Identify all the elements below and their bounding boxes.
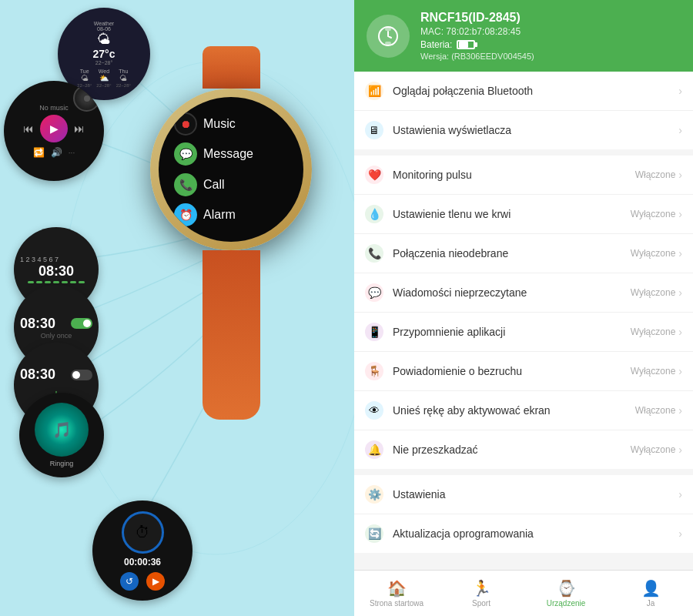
svg-rect-3 [385, 42, 391, 45]
step-5 [62, 281, 68, 283]
watch-alarm-icon: ⏰ [174, 203, 197, 226]
menu-item-oxygen[interactable]: 💧 Ustawienie tlenu we krwi Wyłączone › [354, 195, 693, 234]
menu-item-pulse[interactable]: ❤️ Monitoring pulsu Włączone › [354, 156, 693, 195]
nav-device-label: Urządzenie [547, 599, 586, 608]
device-version: Wersja: (RB306EEDV004545) [420, 52, 534, 61]
nav-home[interactable]: 🏠 Strona startowa [354, 571, 439, 616]
menu-section-2: ❤️ Monitoring pulsu Włączone › 💧 Ustawie… [354, 156, 693, 469]
music-widget[interactable]: No music ⏮ ▶ ⏭ 🔁 🔊 ··· [4, 81, 104, 181]
display-label: Ustawienia wyświetlacza [393, 124, 678, 136]
menu-item-sedentary[interactable]: 🪑 Powiadomienie o bezruchu Wyłączone › [354, 352, 693, 391]
stopwatch-time: 00:00:36 [124, 557, 161, 567]
app-reminder-chevron: › [678, 326, 682, 338]
menu-item-settings[interactable]: ⚙️ Ustawienia › [354, 475, 693, 514]
menu-item-missed-calls[interactable]: 📞 Połączenia nieodebrane Wyłączone › [354, 234, 693, 273]
sedentary-icon: 🪑 [365, 362, 383, 380]
menu-item-bluetooth[interactable]: 📶 Oglądaj połączenia Bluetooth › [354, 72, 693, 111]
device-nav-icon: ⌚ [557, 579, 576, 598]
raise-wrist-label: Unieś rękę aby aktywować ekran [393, 404, 635, 417]
menu-item-raise-wrist[interactable]: 👁 Unieś rękę aby aktywować ekran Włączon… [354, 391, 693, 430]
pulse-chevron: › [678, 169, 682, 181]
watch-menu-message: 💬 Message [163, 142, 299, 166]
watch-call-icon: 📞 [174, 173, 197, 196]
watch-message-icon: 💬 [174, 142, 197, 166]
play-button[interactable]: ▶ [40, 115, 68, 142]
weather-range: 22~28° [95, 60, 112, 65]
watch-menu-call: 📞 Call [163, 173, 299, 196]
bluetooth-label: Oglądaj połączenia Bluetooth [393, 85, 678, 97]
alarm-time-3: 08:30 [20, 367, 55, 383]
ringing-widget[interactable]: 🎵 Ringing [19, 393, 104, 477]
stopwatch-reset-button[interactable]: ↺ [120, 572, 139, 591]
weather-temp: 27°c [93, 48, 116, 60]
menu-item-messages[interactable]: 💬 Wiadomości nieprzeczytane Wyłączone › [354, 273, 693, 313]
watch-icon [377, 25, 399, 47]
pulse-icon: ❤️ [365, 166, 383, 184]
step-2 [36, 281, 42, 283]
menu-item-display[interactable]: 🖥 Ustawienia wyświetlacza › [354, 111, 693, 149]
dnd-icon: 🔔 [365, 440, 383, 459]
nav-sport[interactable]: 🏃 Sport [439, 571, 524, 616]
prev-button[interactable]: ⏮ [23, 122, 34, 135]
menu-item-app-reminder[interactable]: 📱 Przypomnienie aplikacji Wyłączone › [354, 313, 693, 352]
watch-music-label: Music [203, 117, 236, 131]
missed-calls-value: Wyłączone [631, 248, 676, 259]
profile-icon: 👤 [641, 579, 661, 598]
pulse-label: Monitoring pulsu [393, 169, 635, 181]
alarm-time-1: 08:30 [38, 263, 74, 280]
alarm-step-indicator: 1 2 3 4 5 6 7 [20, 256, 59, 263]
stopwatch-play-button[interactable]: ▶ [146, 572, 165, 591]
alarm-toggle-2[interactable] [71, 318, 92, 329]
missed-calls-chevron: › [678, 247, 682, 259]
alarm-toggle-3[interactable] [71, 370, 92, 380]
watch-call-label: Call [203, 178, 225, 192]
nav-device[interactable]: ⌚ Urządzenie [524, 571, 608, 616]
menu-list: 📶 Oglądaj połączenia Bluetooth › 🖥 Ustaw… [354, 72, 693, 570]
watch-face-inner: ⏺ Music 💬 Message 📞 Call [159, 97, 303, 242]
weather-header: Weather [94, 21, 114, 26]
battery-icon [457, 40, 475, 49]
weather-day-2-label: Wed [99, 69, 109, 74]
sedentary-label: Powiadomienie o bezruchu [393, 365, 631, 377]
stopwatch-visual: ⏱ [122, 511, 164, 554]
raise-wrist-icon: 👁 [365, 401, 383, 420]
battery-label: Bateria: [420, 39, 452, 50]
alarm-sub-2: Only once [41, 332, 72, 340]
settings-chevron: › [678, 488, 682, 500]
device-name: RNCF15(ID-2845) [420, 11, 534, 25]
display-chevron: › [678, 124, 682, 136]
pulse-value: Włączone [635, 169, 676, 180]
battery-fill [459, 42, 468, 48]
menu-item-update[interactable]: 🔄 Aktualizacja oprogramowania › [354, 514, 693, 553]
watch-alarm-label: Alarm [203, 208, 236, 222]
weather-day-1-icon: 🌤 [77, 74, 92, 82]
watch-music-icon: ⏺ [174, 112, 197, 136]
watch-band-top [203, 46, 260, 89]
weather-day-2-range: 22~28° [96, 83, 111, 88]
weather-day-3-range: 22~28° [116, 83, 131, 88]
menu-section-1: 📶 Oglądaj połączenia Bluetooth › 🖥 Ustaw… [354, 72, 693, 149]
dnd-value: Wyłączone [631, 444, 676, 455]
messages-chevron: › [678, 286, 682, 299]
dnd-label: Nie przeszkadzać [393, 444, 631, 456]
sedentary-chevron: › [678, 365, 682, 377]
nav-sport-label: Sport [472, 599, 490, 608]
ringing-visual: 🎵 [35, 403, 89, 457]
menu-item-dnd[interactable]: 🔔 Nie przeszkadzać Wyłączone › [354, 430, 693, 469]
oxygen-icon: 💧 [365, 205, 383, 223]
display-icon: 🖥 [365, 121, 383, 139]
next-button[interactable]: ⏭ [74, 122, 85, 135]
missed-calls-label: Połączenia nieodebrane [393, 247, 631, 259]
more-icon[interactable]: ··· [69, 149, 75, 157]
device-icon [367, 15, 410, 58]
nav-profile-label: Ja [647, 599, 655, 608]
stopwatch-widget[interactable]: ⏱ 00:00:36 ↺ ▶ [92, 500, 192, 601]
nav-profile[interactable]: 👤 Ja [608, 571, 693, 616]
volume-icon[interactable]: 🔊 [51, 147, 62, 158]
weather-day-3-icon: 🌤 [116, 74, 131, 82]
bluetooth-icon: 📶 [365, 82, 383, 100]
step-7 [79, 281, 85, 283]
repeat-icon[interactable]: 🔁 [33, 147, 45, 158]
device-info: RNCF15(ID-2845) MAC: 78:02:b7:08:28:45 B… [420, 11, 534, 61]
watch-menu-music: ⏺ Music [163, 112, 299, 136]
